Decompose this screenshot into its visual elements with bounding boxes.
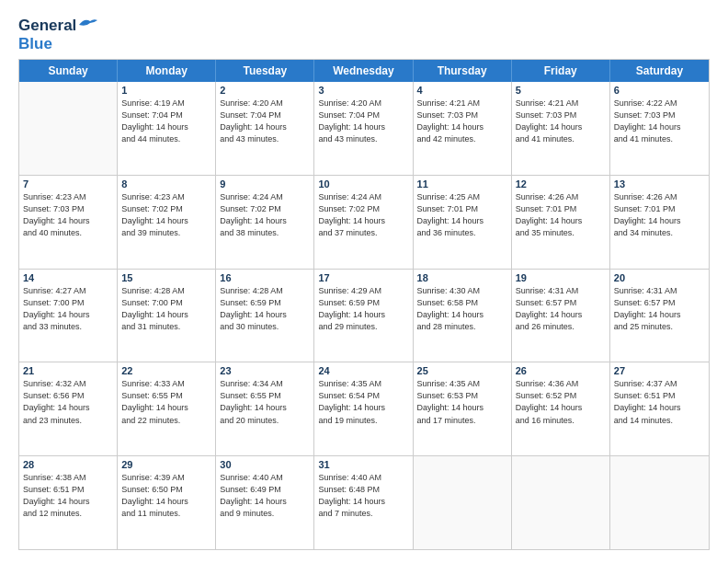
day-cell-2: 2Sunrise: 4:20 AMSunset: 7:04 PMDaylight… — [216, 82, 314, 175]
weekday-header-tuesday: Tuesday — [216, 60, 314, 82]
day-cell-8: 8Sunrise: 4:23 AMSunset: 7:02 PMDaylight… — [118, 176, 216, 269]
calendar-row-1: 1Sunrise: 4:19 AMSunset: 7:04 PMDaylight… — [19, 82, 709, 175]
day-number: 24 — [318, 365, 408, 376]
logo: General Blue — [18, 17, 97, 53]
day-info: Sunrise: 4:26 AMSunset: 7:01 PMDaylight:… — [614, 191, 705, 239]
day-info: Sunrise: 4:27 AMSunset: 7:00 PMDaylight:… — [23, 285, 113, 333]
day-info: Sunrise: 4:34 AMSunset: 6:55 PMDaylight:… — [220, 378, 310, 426]
weekday-header-wednesday: Wednesday — [314, 60, 413, 82]
weekday-header-saturday: Saturday — [610, 60, 709, 82]
calendar-row-2: 7Sunrise: 4:23 AMSunset: 7:03 PMDaylight… — [19, 175, 709, 269]
calendar-body: 1Sunrise: 4:19 AMSunset: 7:04 PMDaylight… — [19, 82, 709, 549]
day-info: Sunrise: 4:24 AMSunset: 7:02 PMDaylight:… — [318, 191, 408, 239]
weekday-header-friday: Friday — [512, 60, 610, 82]
day-cell-25: 25Sunrise: 4:35 AMSunset: 6:53 PMDayligh… — [414, 362, 512, 455]
day-number: 1 — [121, 85, 211, 96]
day-cell-empty-0-0 — [19, 82, 118, 175]
day-cell-9: 9Sunrise: 4:24 AMSunset: 7:02 PMDaylight… — [216, 176, 314, 269]
day-info: Sunrise: 4:32 AMSunset: 6:56 PMDaylight:… — [23, 378, 113, 426]
day-number: 6 — [614, 85, 705, 96]
day-info: Sunrise: 4:22 AMSunset: 7:03 PMDaylight:… — [614, 98, 705, 145]
day-cell-20: 20Sunrise: 4:31 AMSunset: 6:57 PMDayligh… — [610, 270, 709, 362]
day-info: Sunrise: 4:28 AMSunset: 7:00 PMDaylight:… — [121, 285, 211, 333]
day-number: 22 — [121, 365, 211, 376]
day-info: Sunrise: 4:39 AMSunset: 6:50 PMDaylight:… — [121, 472, 211, 520]
day-cell-13: 13Sunrise: 4:26 AMSunset: 7:01 PMDayligh… — [610, 176, 709, 269]
day-info: Sunrise: 4:37 AMSunset: 6:51 PMDaylight:… — [614, 378, 705, 426]
day-cell-12: 12Sunrise: 4:26 AMSunset: 7:01 PMDayligh… — [512, 176, 610, 269]
day-info: Sunrise: 4:23 AMSunset: 7:02 PMDaylight:… — [121, 191, 211, 239]
day-number: 5 — [516, 85, 606, 96]
day-number: 14 — [23, 272, 113, 283]
day-info: Sunrise: 4:19 AMSunset: 7:04 PMDaylight:… — [121, 98, 211, 145]
day-number: 9 — [220, 178, 310, 190]
day-info: Sunrise: 4:40 AMSunset: 6:48 PMDaylight:… — [318, 472, 408, 520]
day-number: 21 — [23, 365, 113, 376]
day-info: Sunrise: 4:31 AMSunset: 6:57 PMDaylight:… — [614, 285, 705, 333]
day-number: 29 — [121, 459, 211, 470]
calendar-header: SundayMondayTuesdayWednesdayThursdayFrid… — [19, 60, 709, 82]
day-cell-31: 31Sunrise: 4:40 AMSunset: 6:48 PMDayligh… — [314, 456, 413, 549]
day-cell-1: 1Sunrise: 4:19 AMSunset: 7:04 PMDaylight… — [118, 82, 216, 175]
day-cell-17: 17Sunrise: 4:29 AMSunset: 6:59 PMDayligh… — [314, 270, 413, 362]
day-info: Sunrise: 4:35 AMSunset: 6:54 PMDaylight:… — [318, 378, 408, 426]
calendar: SundayMondayTuesdayWednesdayThursdayFrid… — [18, 59, 710, 550]
day-info: Sunrise: 4:30 AMSunset: 6:58 PMDaylight:… — [417, 285, 507, 333]
day-number: 19 — [516, 272, 606, 283]
day-cell-10: 10Sunrise: 4:24 AMSunset: 7:02 PMDayligh… — [314, 176, 413, 269]
day-number: 16 — [220, 272, 310, 283]
day-cell-21: 21Sunrise: 4:32 AMSunset: 6:56 PMDayligh… — [19, 362, 118, 455]
day-number: 13 — [614, 178, 705, 190]
day-number: 7 — [23, 178, 113, 190]
day-number: 10 — [318, 178, 408, 190]
day-number: 27 — [614, 365, 705, 376]
day-info: Sunrise: 4:21 AMSunset: 7:03 PMDaylight:… — [516, 98, 606, 145]
day-cell-23: 23Sunrise: 4:34 AMSunset: 6:55 PMDayligh… — [216, 362, 314, 455]
day-cell-16: 16Sunrise: 4:28 AMSunset: 6:59 PMDayligh… — [216, 270, 314, 362]
weekday-header-sunday: Sunday — [19, 60, 118, 82]
day-cell-29: 29Sunrise: 4:39 AMSunset: 6:50 PMDayligh… — [118, 456, 216, 549]
day-cell-26: 26Sunrise: 4:36 AMSunset: 6:52 PMDayligh… — [512, 362, 610, 455]
day-number: 4 — [417, 85, 507, 96]
day-number: 31 — [318, 459, 408, 470]
day-cell-22: 22Sunrise: 4:33 AMSunset: 6:55 PMDayligh… — [118, 362, 216, 455]
day-cell-18: 18Sunrise: 4:30 AMSunset: 6:58 PMDayligh… — [414, 270, 512, 362]
day-number: 23 — [220, 365, 310, 376]
calendar-row-3: 14Sunrise: 4:27 AMSunset: 7:00 PMDayligh… — [19, 269, 709, 362]
day-info: Sunrise: 4:20 AMSunset: 7:04 PMDaylight:… — [318, 98, 408, 145]
day-cell-14: 14Sunrise: 4:27 AMSunset: 7:00 PMDayligh… — [19, 270, 118, 362]
day-info: Sunrise: 4:20 AMSunset: 7:04 PMDaylight:… — [220, 98, 310, 145]
day-number: 20 — [614, 272, 705, 283]
day-number: 30 — [220, 459, 310, 470]
day-cell-4: 4Sunrise: 4:21 AMSunset: 7:03 PMDaylight… — [414, 82, 512, 175]
logo-blue-text: Blue — [18, 35, 52, 52]
day-number: 25 — [417, 365, 507, 376]
day-info: Sunrise: 4:35 AMSunset: 6:53 PMDaylight:… — [417, 378, 507, 426]
weekday-header-thursday: Thursday — [414, 60, 512, 82]
day-number: 18 — [417, 272, 507, 283]
logo-bird-icon — [77, 17, 97, 32]
header: General Blue — [18, 17, 710, 53]
day-number: 8 — [121, 178, 211, 190]
day-info: Sunrise: 4:31 AMSunset: 6:57 PMDaylight:… — [516, 285, 606, 333]
weekday-header-monday: Monday — [118, 60, 216, 82]
day-info: Sunrise: 4:33 AMSunset: 6:55 PMDaylight:… — [121, 378, 211, 426]
day-number: 11 — [417, 178, 507, 190]
day-cell-11: 11Sunrise: 4:25 AMSunset: 7:01 PMDayligh… — [414, 176, 512, 269]
day-number: 17 — [318, 272, 408, 283]
day-number: 26 — [516, 365, 606, 376]
day-info: Sunrise: 4:25 AMSunset: 7:01 PMDaylight:… — [417, 191, 507, 239]
day-number: 28 — [23, 459, 113, 470]
day-info: Sunrise: 4:28 AMSunset: 6:59 PMDaylight:… — [220, 285, 310, 333]
calendar-row-5: 28Sunrise: 4:38 AMSunset: 6:51 PMDayligh… — [19, 455, 709, 549]
day-cell-24: 24Sunrise: 4:35 AMSunset: 6:54 PMDayligh… — [314, 362, 413, 455]
day-info: Sunrise: 4:36 AMSunset: 6:52 PMDaylight:… — [516, 378, 606, 426]
day-info: Sunrise: 4:26 AMSunset: 7:01 PMDaylight:… — [516, 191, 606, 239]
day-number: 15 — [121, 272, 211, 283]
page: General Blue SundayMondayTuesdayWednesda… — [0, 0, 728, 563]
day-info: Sunrise: 4:40 AMSunset: 6:49 PMDaylight:… — [220, 472, 310, 520]
day-cell-30: 30Sunrise: 4:40 AMSunset: 6:49 PMDayligh… — [216, 456, 314, 549]
day-info: Sunrise: 4:38 AMSunset: 6:51 PMDaylight:… — [23, 472, 113, 520]
day-cell-empty-4-4 — [414, 456, 512, 549]
day-info: Sunrise: 4:24 AMSunset: 7:02 PMDaylight:… — [220, 191, 310, 239]
